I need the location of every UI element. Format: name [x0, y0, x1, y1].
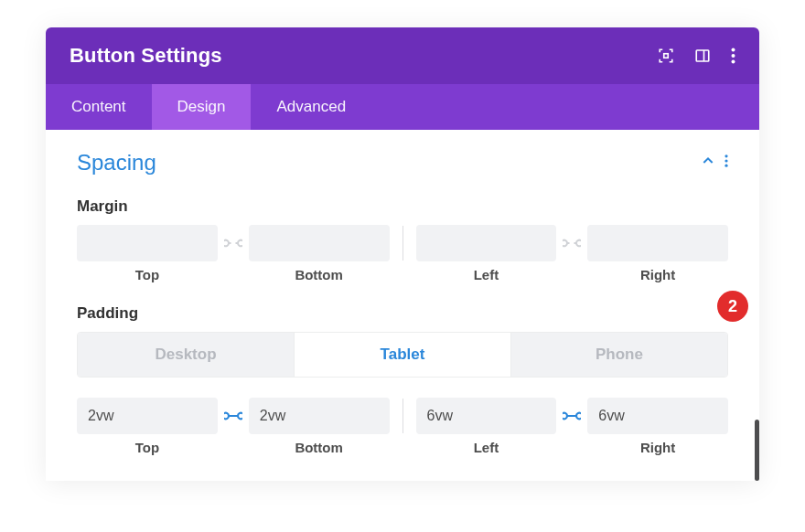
link-horizontal-icon[interactable] [556, 237, 587, 250]
expand-icon[interactable] [658, 48, 674, 64]
padding-top-label: Top [77, 440, 218, 455]
tab-advanced[interactable]: Advanced [251, 84, 371, 130]
svg-point-5 [732, 60, 735, 64]
margin-bottom-input[interactable] [249, 225, 390, 261]
more-icon[interactable] [731, 48, 735, 64]
device-tab-desktop[interactable]: Desktop [78, 333, 294, 377]
panel-body: Spacing Margin [46, 130, 759, 481]
margin-bottom-label: Bottom [249, 267, 390, 282]
padding-row [77, 398, 728, 434]
link-horizontal-icon[interactable] [556, 410, 587, 422]
link-vertical-icon[interactable] [218, 237, 249, 250]
link-vertical-icon[interactable] [218, 410, 249, 422]
tab-design[interactable]: Design [152, 84, 252, 130]
margin-top-label: Top [77, 267, 218, 282]
margin-group: Margin Top [77, 197, 728, 282]
device-tab-tablet[interactable]: Tablet [294, 333, 511, 377]
tab-content[interactable]: Content [46, 84, 152, 130]
padding-bottom-label: Bottom [249, 440, 390, 455]
padding-labels: Top Bottom Left Right [77, 440, 728, 455]
margin-labels: Top Bottom Left Right [77, 267, 728, 282]
svg-point-6 [724, 154, 727, 157]
divider [402, 226, 403, 261]
step-badge: 2 [717, 291, 748, 322]
padding-left-input[interactable] [416, 398, 557, 434]
svg-point-3 [732, 48, 735, 52]
margin-top-input[interactable] [77, 225, 218, 261]
svg-rect-0 [664, 54, 669, 59]
padding-bottom-input[interactable] [249, 398, 390, 434]
section-actions [701, 154, 728, 172]
padding-right-input[interactable] [587, 398, 728, 434]
margin-row [77, 225, 728, 261]
svg-rect-1 [696, 50, 709, 61]
margin-right-input[interactable] [587, 225, 728, 261]
collapse-icon[interactable] [701, 154, 715, 172]
svg-point-8 [724, 165, 727, 167]
tab-bar: Content Design Advanced [46, 84, 759, 130]
panel-header: Button Settings [46, 27, 759, 84]
header-actions [658, 48, 735, 64]
padding-right-label: Right [587, 440, 728, 455]
padding-top-input[interactable] [77, 398, 218, 434]
settings-panel: Button Settings Content Design Advanced … [46, 27, 759, 481]
padding-group: Padding 2 Desktop Tablet Phone [77, 304, 728, 455]
padding-left-label: Left [416, 440, 557, 455]
device-tab-phone[interactable]: Phone [511, 333, 727, 377]
padding-label: Padding 2 [77, 304, 728, 323]
divider [402, 399, 403, 433]
device-tabs: Desktop Tablet Phone [77, 332, 728, 378]
section-more-icon[interactable] [724, 154, 728, 172]
svg-point-7 [724, 159, 727, 162]
section-title: Spacing [77, 150, 156, 176]
section-header: Spacing [77, 150, 728, 176]
svg-point-4 [732, 54, 735, 58]
margin-left-input[interactable] [416, 225, 557, 261]
panel-title: Button Settings [70, 44, 222, 68]
margin-label: Margin [77, 197, 728, 216]
sidebar-icon[interactable] [694, 48, 711, 64]
margin-right-label: Right [587, 267, 728, 282]
scrollbar-track[interactable] [755, 420, 759, 481]
margin-left-label: Left [416, 267, 557, 282]
